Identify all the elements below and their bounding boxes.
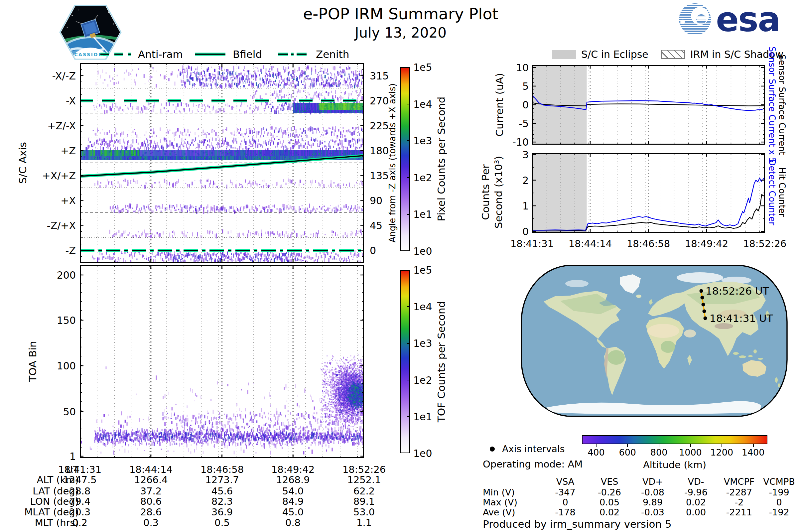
ephemeris-value-4-1: 28.6 [140, 507, 162, 518]
operating-mode: Operating mode: AM [483, 458, 583, 470]
ephemeris-value-5-3: 0.8 [285, 517, 301, 528]
cbar2-tick-2: 1e3 [413, 338, 432, 349]
altitude-colorbar-label: Altitude (km) [643, 459, 706, 471]
ephemeris-value-4-3: 45.0 [282, 507, 304, 518]
esa-logo: esa [677, 3, 796, 36]
spec1-angle-label-2: 225 [370, 120, 389, 131]
ephemeris-value-3-3: 84.9 [282, 496, 304, 507]
current-ytick-0: 10 [516, 61, 529, 73]
cbar2-tickmark-3 [407, 380, 410, 381]
track-dot-3 [701, 296, 704, 300]
spec1-angle-label-1: 270 [370, 95, 389, 107]
spec1-angle-label-6: 45 [370, 220, 382, 231]
eclipse-legend-swatch [552, 50, 576, 59]
current-label-blue: Sensor Surface Current x 5 [767, 46, 777, 163]
cbar1-tick-0: 1e5 [413, 61, 432, 73]
cbar1-tickmark-3 [407, 177, 410, 178]
page-date: July 13, 2020 [355, 25, 446, 41]
cbar2-tick-0: 1e5 [413, 264, 432, 276]
spec2-ytick-3: 50 [63, 406, 76, 418]
spec1-angle-label-4: 135 [370, 170, 389, 181]
toa-bin-spectrogram [80, 265, 364, 458]
ephemeris-value-5-2: 0.5 [214, 517, 230, 528]
ephemeris-value-5-0: 0.2 [72, 517, 88, 528]
altbar-tick-3: 1000 [679, 447, 702, 457]
voltage-row-label-0: Min (V) [483, 487, 515, 497]
cbar2-tickmark-1 [407, 306, 410, 307]
voltage-value-0-4: -2287 [726, 487, 752, 497]
ephemeris-value-2-0: 28.8 [69, 486, 91, 497]
voltage-value-1-3: 0.02 [686, 497, 706, 507]
produced-by: Produced by irm_summary version 5 [483, 518, 672, 530]
counts-label-black: Hit Counter [777, 167, 787, 217]
spec1-angle-label-3: 180 [370, 145, 389, 156]
voltage-col-3: VD- [688, 476, 704, 487]
ephemeris-value-1-4: 1252.1 [347, 474, 381, 486]
counts-ylabel: Counts Per Second (x10³) [479, 156, 505, 228]
cbar2-tick-3: 1e2 [413, 374, 432, 386]
counts-ytick-0: 3 [522, 149, 529, 160]
spec1-angle-label-0: 315 [370, 70, 389, 81]
spec1-band-label-7: -Z [65, 244, 76, 256]
spec1-band-label-0: -X/-Z [52, 70, 76, 81]
voltage-col-0: VSA [556, 476, 574, 487]
altbar-tick-5: 1400 [742, 447, 765, 457]
zenith-legend-label: Zenith [316, 48, 349, 60]
altbar-tick-1: 600 [619, 447, 636, 457]
altbar-tick-2: 800 [650, 447, 668, 457]
voltage-value-0-2: -0.08 [641, 487, 664, 497]
bfield-legend-line [194, 52, 226, 57]
voltage-value-1-1: 0.05 [600, 497, 620, 507]
shadow-legend-swatch [661, 50, 685, 59]
ephemeris-value-1-0: 1247.5 [63, 474, 96, 486]
current-ytick-3: -5 [519, 118, 529, 129]
ephemeris-value-4-2: 36.9 [211, 507, 233, 518]
ephemeris-value-5-1: 0.3 [143, 517, 158, 528]
track-dot-1 [703, 309, 706, 313]
ephemeris-value-0-0: 18:41:31 [58, 464, 101, 475]
voltage-value-0-1: -0.26 [598, 487, 621, 497]
eclipse-region [532, 65, 587, 145]
pixel-counts-colorbar [400, 67, 410, 251]
counts-ytick-2: 1 [522, 200, 529, 211]
voltage-value-2-2: -0.03 [641, 507, 664, 517]
altbar-tick-0: 400 [588, 447, 605, 457]
ephemeris-value-2-3: 54.0 [282, 486, 304, 497]
ephemeris-value-2-4: 62.2 [354, 486, 375, 497]
voltage-value-2-4: -2211 [726, 507, 752, 517]
current-ytick-4: -10 [512, 136, 529, 148]
ephemeris-value-2-2: 45.6 [211, 486, 233, 497]
page-title: e-POP IRM Summary Plot [303, 5, 498, 23]
epop-irm-summary-page: CASSIOPE e-POP IRM Summary Plot July 13,… [0, 0, 798, 532]
bfield-legend-label: Bfield [233, 48, 262, 60]
spec2-ytick-2: 100 [57, 360, 76, 372]
cbar1-tickmark-1 [407, 104, 410, 105]
cbar2-tick-5: 1e0 [413, 448, 432, 459]
voltage-col-1: VES [601, 476, 619, 487]
spec2-colorbar-label: TOF Counts per Second [435, 301, 447, 423]
track-start-time: 18:41:31 UT [709, 312, 773, 324]
sc-axis-spectrogram [80, 63, 364, 263]
ephemeris-value-3-1: 80.6 [140, 496, 162, 507]
ephemeris-value-5-4: 1.1 [357, 517, 372, 528]
ephemeris-value-0-3: 18:49:42 [271, 464, 315, 475]
cbar1-tick-3: 1e2 [413, 172, 432, 183]
voltage-value-1-5: 0 [776, 497, 782, 507]
ephemeris-value-3-4: 89.1 [354, 496, 375, 507]
cbar2-tickmark-2 [407, 343, 410, 344]
cbar1-tick-2: 1e3 [413, 135, 432, 147]
counts-ytick-3: 0 [522, 226, 529, 238]
spec1-band-label-1: -X [66, 95, 76, 107]
ephemeris-value-2-1: 37.2 [140, 486, 162, 497]
axis-intervals-dot [490, 446, 495, 452]
cbar2-tick-1: 1e4 [413, 301, 432, 312]
spec1-right-axis-label: Angle from -Z axis (towards +X axis) [387, 83, 397, 243]
esa-wordmark: esa [716, 3, 780, 36]
counts-label-blue: Detect Counter [767, 159, 777, 225]
esa-globe [677, 3, 713, 36]
voltage-col-5: VCMPB [763, 476, 795, 487]
ephemeris-value-1-2: 1273.7 [205, 474, 239, 486]
voltage-value-1-2: 9.89 [643, 497, 663, 507]
cbar1-tick-5: 1e0 [413, 245, 432, 257]
ephemeris-value-0-1: 18:44:14 [129, 464, 173, 475]
